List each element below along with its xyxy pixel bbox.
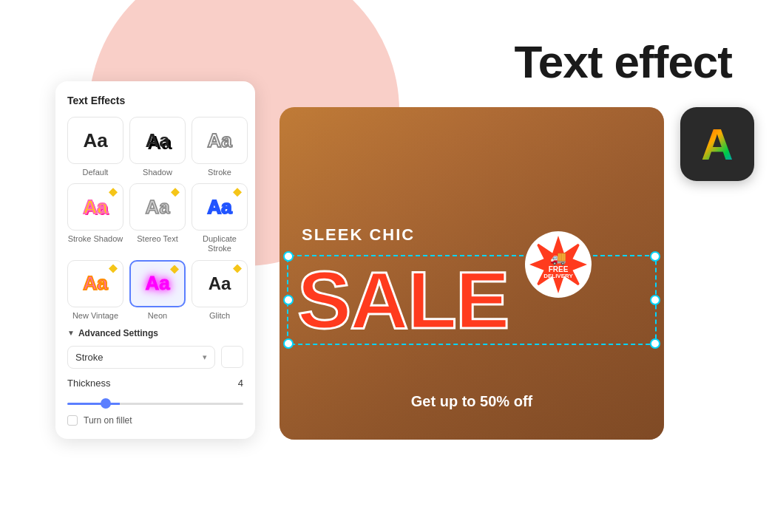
handle-middle-right[interactable] — [650, 295, 660, 305]
canvas-area: SLEEK CHIC SALE Get up to 50% off 🚚 FREE — [280, 107, 664, 440]
effect-item-new-vintage[interactable]: Aa New Vintage — [67, 260, 123, 321]
effect-box-duplicate[interactable]: Aa — [192, 183, 248, 231]
arrow-down-icon: ▼ — [67, 329, 75, 337]
handle-top-left[interactable] — [283, 251, 294, 262]
premium-badge-glitch — [233, 265, 242, 273]
handle-middle-left[interactable] — [283, 295, 294, 305]
effect-item-stroke[interactable]: Aa Stroke — [192, 117, 248, 177]
premium-badge-neon — [170, 265, 179, 274]
thickness-row: Thickness 4 — [67, 378, 243, 389]
effect-preview-stroke: Aa — [207, 129, 231, 152]
handle-bottom-left[interactable] — [283, 338, 294, 349]
effect-box-default[interactable]: Aa — [67, 117, 123, 164]
effect-item-neon[interactable]: Aa Neon — [129, 260, 186, 321]
effect-box-neon[interactable]: Aa — [129, 260, 186, 307]
panel-title: Text Effects — [67, 95, 243, 106]
thickness-slider-container — [67, 395, 243, 408]
effect-preview-duplicate: Aa — [207, 196, 231, 219]
effect-label-stroke-shadow: Stroke Shadow — [68, 234, 123, 244]
advanced-settings-label: Advanced Settings — [78, 328, 158, 338]
stroke-dropdown[interactable]: Stroke ▾ — [67, 346, 215, 369]
effect-preview-new-vintage: Aa — [83, 272, 107, 295]
free-delivery-badge: 🚚 FREE DELIVERY — [525, 231, 592, 298]
sleek-chic-text: SLEEK CHIC — [302, 225, 415, 245]
effect-box-new-vintage[interactable]: Aa — [67, 260, 123, 307]
effect-item-default[interactable]: Aa Default — [67, 117, 123, 177]
effect-item-shadow[interactable]: Aa Shadow — [129, 117, 186, 177]
effect-label-stroke: Stroke — [208, 168, 231, 177]
effect-box-glitch[interactable]: Aa — [192, 260, 248, 307]
effect-label-default: Default — [83, 168, 109, 177]
page-title: Text effect — [515, 35, 733, 88]
advanced-settings-toggle[interactable]: ▼ Advanced Settings — [67, 328, 243, 338]
text-effects-panel: Text Effects Aa Default Aa Shadow Aa Str… — [55, 81, 255, 439]
effects-grid: Aa Default Aa Shadow Aa Stroke Aa Stroke… — [67, 117, 243, 321]
chevron-down-icon: ▾ — [203, 352, 207, 362]
delivery-label: DELIVERY — [543, 273, 573, 279]
canvas-background: SLEEK CHIC SALE Get up to 50% off 🚚 FREE — [280, 107, 664, 440]
fillet-row: Turn on fillet — [67, 415, 243, 426]
effect-label-new-vintage: New Vintage — [72, 311, 118, 321]
effect-label-stereo: Stereo Text — [137, 234, 177, 244]
effect-box-shadow[interactable]: Aa — [129, 117, 186, 164]
effect-preview-stereo: Aa — [145, 196, 169, 219]
starburst-background: 🚚 FREE DELIVERY — [525, 231, 592, 298]
effect-box-stroke[interactable]: Aa — [192, 117, 248, 164]
handle-bottom-right[interactable] — [650, 338, 660, 349]
effect-item-stereo[interactable]: Aa Stereo Text — [129, 183, 186, 253]
stroke-dropdown-row: Stroke ▾ — [67, 346, 243, 369]
premium-badge-duplicate — [233, 188, 242, 197]
app-icon-letter: A — [701, 119, 733, 170]
effect-label-shadow: Shadow — [143, 168, 172, 177]
app-icon[interactable]: A — [680, 107, 754, 181]
effect-preview-stroke-shadow: Aa — [83, 196, 107, 219]
premium-badge-vintage — [109, 265, 118, 273]
truck-icon: 🚚 — [550, 250, 566, 266]
premium-badge-stereo — [171, 188, 180, 197]
effect-preview-default: Aa — [83, 129, 107, 152]
promo-text: Get up to 50% off — [280, 393, 664, 410]
fillet-checkbox[interactable] — [67, 415, 78, 426]
starburst-inner: 🚚 FREE DELIVERY — [529, 236, 587, 293]
effect-item-duplicate[interactable]: Aa Duplicate Stroke — [192, 183, 248, 253]
effect-preview-shadow: Aa — [145, 129, 169, 152]
sale-text: SALE — [297, 259, 646, 341]
effect-preview-glitch: Aa — [209, 273, 231, 294]
premium-badge — [109, 188, 118, 197]
thickness-value: 4 — [238, 378, 243, 389]
effect-item-stroke-shadow[interactable]: Aa Stroke Shadow — [67, 183, 123, 253]
effect-label-duplicate: Duplicate Stroke — [192, 234, 248, 253]
effect-item-glitch[interactable]: Aa Glitch — [192, 260, 248, 321]
color-swatch[interactable] — [221, 346, 243, 368]
advanced-settings-section: ▼ Advanced Settings Stroke ▾ Thickness 4… — [67, 328, 243, 426]
sale-container[interactable]: SALE — [287, 255, 657, 345]
fillet-label: Turn on fillet — [84, 415, 132, 426]
effect-preview-neon: Aa — [145, 272, 169, 295]
effect-box-stereo[interactable]: Aa — [129, 183, 186, 231]
thickness-slider[interactable] — [67, 403, 243, 405]
stroke-dropdown-label: Stroke — [75, 352, 104, 363]
thickness-label: Thickness — [67, 378, 111, 389]
effect-label-neon: Neon — [148, 311, 167, 321]
selection-box: SALE — [287, 255, 657, 345]
handle-top-right[interactable] — [650, 251, 660, 262]
effect-box-stroke-shadow[interactable]: Aa — [67, 183, 123, 231]
effect-label-glitch: Glitch — [209, 311, 230, 321]
